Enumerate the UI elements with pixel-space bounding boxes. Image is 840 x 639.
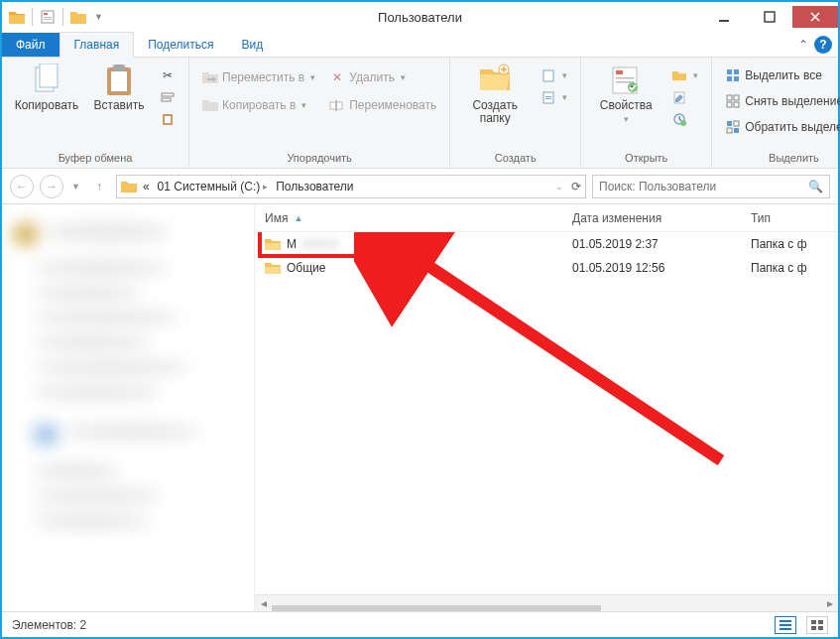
history-button[interactable] bbox=[668, 109, 701, 129]
svg-rect-38 bbox=[727, 128, 732, 133]
open-button[interactable]: ▾ bbox=[668, 65, 701, 85]
paste-shortcut-button[interactable] bbox=[157, 109, 179, 129]
scroll-right-icon[interactable]: ▸ bbox=[821, 596, 838, 610]
scroll-left-icon[interactable]: ◂ bbox=[255, 596, 272, 610]
svg-rect-3 bbox=[44, 19, 52, 20]
column-name[interactable]: Имя ▲ bbox=[255, 211, 562, 225]
back-button[interactable]: ← bbox=[10, 175, 34, 198]
easy-access-button[interactable]: ▾ bbox=[538, 87, 570, 107]
quick-access-toolbar: ▼ bbox=[2, 8, 112, 26]
svg-rect-45 bbox=[818, 620, 823, 624]
select-all-icon bbox=[725, 67, 741, 83]
tab-home[interactable]: Главная bbox=[60, 32, 135, 58]
forward-button[interactable]: → bbox=[40, 175, 63, 198]
minimize-button[interactable] bbox=[701, 6, 747, 28]
svg-rect-36 bbox=[727, 121, 732, 126]
invert-selection-button[interactable]: Обратить выделение bbox=[722, 117, 840, 137]
svg-line-40 bbox=[402, 248, 721, 460]
svg-rect-44 bbox=[811, 620, 816, 624]
svg-rect-16 bbox=[335, 100, 337, 111]
help-button[interactable]: ? bbox=[814, 36, 832, 54]
group-organize: Переместить в▾ Копировать в▾ ✕ Удалить▾ … bbox=[189, 58, 450, 168]
copy-button[interactable]: Копировать bbox=[12, 62, 81, 112]
delete-button[interactable]: ✕ Удалить▾ bbox=[326, 67, 439, 87]
address-bar[interactable]: « 01 Системный (C:)▸ Пользователи ⌄ ⟳ bbox=[116, 175, 586, 198]
edit-button[interactable] bbox=[668, 87, 701, 107]
search-input[interactable] bbox=[599, 180, 808, 193]
close-button[interactable] bbox=[792, 6, 838, 28]
svg-rect-10 bbox=[113, 64, 125, 71]
navigation-bar: ← → ▼ ↑ « 01 Системный (C:)▸ Пользовател… bbox=[2, 169, 838, 204]
breadcrumb-overflow[interactable]: « bbox=[141, 180, 152, 193]
new-item-icon bbox=[540, 67, 556, 83]
move-to-icon bbox=[202, 69, 218, 85]
properties-qat-icon[interactable] bbox=[39, 8, 57, 26]
paste-button[interactable]: Вставить bbox=[89, 62, 149, 112]
folder-icon bbox=[265, 236, 281, 252]
svg-rect-41 bbox=[780, 620, 791, 622]
tab-file[interactable]: Файл bbox=[2, 33, 60, 57]
refresh-button[interactable]: ⟳ bbox=[571, 180, 581, 193]
maximize-button[interactable] bbox=[747, 6, 792, 28]
up-button[interactable]: ↑ bbox=[88, 176, 110, 197]
folder-icon bbox=[265, 260, 281, 276]
qat-dropdown-icon[interactable]: ▼ bbox=[91, 12, 106, 22]
breadcrumb-item-1[interactable]: 01 Системный (C:)▸ bbox=[156, 180, 271, 193]
file-list[interactable]: Имя ▲ Дата изменения Тип M 01.05.2019 2:… bbox=[255, 204, 838, 611]
svg-rect-31 bbox=[734, 76, 739, 81]
svg-rect-9 bbox=[111, 71, 127, 91]
svg-point-27 bbox=[680, 120, 686, 126]
svg-rect-28 bbox=[727, 69, 732, 74]
select-all-button[interactable]: Выделить все bbox=[722, 65, 840, 85]
svg-rect-5 bbox=[765, 12, 775, 22]
search-box[interactable]: 🔍 bbox=[592, 175, 830, 198]
folder-icon bbox=[121, 179, 137, 194]
table-row[interactable]: M 01.05.2019 2:37 Папка с ф bbox=[255, 232, 838, 256]
svg-rect-42 bbox=[780, 624, 791, 626]
status-bar: Элементов: 2 bbox=[2, 611, 838, 637]
svg-rect-46 bbox=[811, 626, 816, 630]
new-folder-button[interactable]: Создатьпапку bbox=[460, 62, 530, 125]
history-dropdown-icon[interactable]: ▼ bbox=[69, 182, 82, 192]
address-dropdown-icon[interactable]: ⌄ bbox=[553, 182, 565, 192]
copy-path-button[interactable] bbox=[157, 87, 179, 107]
svg-rect-19 bbox=[543, 92, 553, 103]
svg-rect-35 bbox=[734, 102, 739, 107]
column-date[interactable]: Дата изменения bbox=[562, 211, 741, 225]
new-item-button[interactable]: ▾ bbox=[538, 65, 570, 85]
folder-icon[interactable] bbox=[8, 8, 26, 26]
breadcrumb-item-2[interactable]: Пользователи bbox=[274, 180, 355, 193]
group-open: Свойства▾ ▾ Открыть bbox=[581, 58, 712, 168]
svg-rect-11 bbox=[162, 93, 174, 96]
rename-button[interactable]: Переименовать bbox=[326, 95, 439, 115]
horizontal-scrollbar[interactable]: ◂ ▸ bbox=[255, 594, 838, 611]
folder-qat-icon[interactable] bbox=[69, 8, 87, 26]
cut-button[interactable]: ✂ bbox=[157, 65, 179, 85]
group-select: Выделить все Снять выделение Обратить вы… bbox=[712, 58, 840, 168]
group-new: Создатьпапку ▾ ▾ Создать bbox=[450, 58, 581, 168]
select-none-button[interactable]: Снять выделение bbox=[722, 91, 840, 111]
titlebar: ▼ Пользователи bbox=[2, 2, 838, 32]
move-to-button[interactable]: Переместить в▾ bbox=[199, 67, 318, 87]
details-view-button[interactable] bbox=[775, 616, 796, 634]
svg-rect-30 bbox=[727, 76, 732, 81]
sort-asc-icon: ▲ bbox=[294, 213, 302, 223]
invert-icon bbox=[725, 119, 741, 135]
navigation-pane[interactable] bbox=[2, 204, 255, 611]
group-clipboard: Копировать Вставить ✂ Буфер обмена bbox=[2, 58, 189, 168]
tab-share[interactable]: Поделиться bbox=[134, 33, 227, 57]
svg-rect-22 bbox=[616, 77, 634, 79]
history-icon bbox=[671, 111, 687, 127]
tab-view[interactable]: Вид bbox=[227, 33, 277, 57]
collapse-ribbon-icon[interactable]: ⌃ bbox=[798, 38, 808, 52]
column-type[interactable]: Тип bbox=[741, 211, 838, 225]
svg-rect-29 bbox=[734, 69, 739, 74]
copy-to-button[interactable]: Копировать в▾ bbox=[199, 95, 318, 115]
properties-button[interactable]: Свойства▾ bbox=[591, 62, 660, 125]
table-row[interactable]: Общие 01.05.2019 12:56 Папка с ф bbox=[255, 256, 838, 280]
thumbnails-view-button[interactable] bbox=[806, 616, 828, 634]
open-icon bbox=[671, 67, 687, 83]
svg-rect-43 bbox=[780, 628, 791, 630]
svg-rect-1 bbox=[44, 13, 48, 15]
content-area: Имя ▲ Дата изменения Тип M 01.05.2019 2:… bbox=[2, 204, 838, 611]
